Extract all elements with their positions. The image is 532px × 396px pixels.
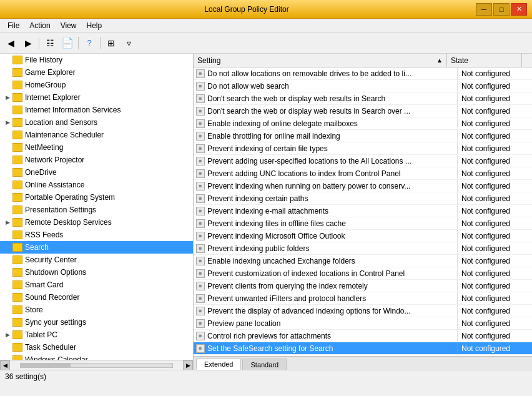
table-row[interactable]: ■Prevent indexing of certain file typesN… (194, 142, 532, 155)
close-button[interactable]: ✕ (511, 3, 527, 16)
menu-file[interactable]: File (2, 20, 24, 31)
expander-icon[interactable]: ▶ (2, 117, 12, 127)
table-row[interactable]: ■Prevent indexing Microsoft Office Outlo… (194, 230, 532, 242)
hscroll-thumb[interactable] (21, 364, 71, 367)
table-row[interactable]: ■Enable indexing uncached Exchange folde… (194, 255, 532, 267)
tree-item-store[interactable]: Store (0, 304, 193, 316)
tree-item-security-center[interactable]: Security Center (0, 254, 193, 266)
table-body[interactable]: ■Do not allow locations on removable dri… (194, 67, 532, 356)
table-row[interactable]: ■Do not allow locations on removable dri… (194, 67, 532, 80)
tree-item-remote-desktop[interactable]: ▶Remote Desktop Services (0, 216, 193, 229)
tree-item-shutdown-options[interactable]: Shutdown Options (0, 266, 193, 279)
maximize-button[interactable]: □ (493, 3, 510, 16)
main-content: File HistoryGame ExplorerHomeGroup▶Inter… (0, 54, 532, 370)
view-button[interactable]: ⊞ (103, 35, 119, 51)
minimize-button[interactable]: ─ (476, 3, 492, 16)
state-cell: Not configured (457, 305, 532, 317)
tree-item-presentation[interactable]: Presentation Settings (0, 204, 193, 216)
tree-item-windows-calendar[interactable]: Windows Calendar (0, 354, 193, 360)
table-row[interactable]: ■Control rich previews for attachmentsNo… (194, 330, 532, 342)
menu-view[interactable]: View (56, 20, 82, 31)
tree-view[interactable]: File HistoryGame ExplorerHomeGroup▶Inter… (0, 54, 193, 360)
tab-extended[interactable]: Extended (196, 359, 241, 370)
menu-help[interactable]: Help (82, 20, 107, 31)
th-setting[interactable]: Setting ▲ (194, 54, 447, 67)
setting-icon: ■ (196, 94, 205, 103)
expander-icon[interactable]: ▶ (2, 92, 12, 102)
hscroll-right-btn[interactable]: ▶ (183, 360, 193, 370)
help-icon-button[interactable]: ? (81, 35, 97, 51)
table-row[interactable]: ■Prevent clients from querying the index… (194, 280, 532, 292)
table-row[interactable]: ■Prevent indexing certain pathsNot confi… (194, 192, 532, 205)
toolbar-separator-3 (100, 37, 101, 49)
setting-icon: ■ (196, 269, 205, 278)
th-state[interactable]: State (447, 54, 522, 67)
tree-item-label: Windows Calendar (25, 355, 88, 360)
table-row[interactable]: ■Prevent adding user-specified locations… (194, 155, 532, 167)
tree-item-netmeeting[interactable]: NetMeeting (0, 141, 193, 154)
tab-standard[interactable]: Standard (242, 359, 287, 370)
expander-icon[interactable]: ▶ (2, 330, 12, 340)
tree-item-network-projector[interactable]: Network Projector (0, 154, 193, 166)
table-row[interactable]: ■Prevent indexing e-mail attachmentsNot … (194, 205, 532, 217)
folder-icon (12, 168, 22, 177)
expander-icon (2, 255, 12, 265)
table-row[interactable]: ■Do not allow web searchNot configured (194, 80, 532, 92)
tree-item-task-scheduler[interactable]: Task Scheduler (0, 341, 193, 354)
show-hide-button[interactable]: ☷ (42, 35, 58, 51)
tree-item-game-explorer[interactable]: Game Explorer (0, 66, 193, 79)
forward-button[interactable]: ▶ (20, 35, 36, 51)
setting-icon: ■ (196, 332, 205, 340)
table-row[interactable]: ■Prevent indexing public foldersNot conf… (194, 242, 532, 255)
tree-item-search[interactable]: Search (0, 241, 193, 254)
setting-label: Prevent clients from querying the index … (207, 282, 368, 290)
left-panel-hscrollbar[interactable]: ◀ ▶ (0, 360, 193, 370)
tree-item-portable-os[interactable]: Portable Operating System (0, 191, 193, 204)
tree-item-onedrive[interactable]: OneDrive (0, 166, 193, 179)
tree-item-maintenance[interactable]: Maintenance Scheduler (0, 129, 193, 141)
tree-item-rss-feeds[interactable]: RSS Feeds (0, 229, 193, 241)
tree-item-internet-info[interactable]: Internet Information Services (0, 104, 193, 116)
state-cell: Not configured (457, 242, 532, 254)
properties-button[interactable]: 📄 (59, 35, 76, 51)
table-row[interactable]: ■Don't search the web or display web res… (194, 92, 532, 105)
setting-icon: ■ (196, 344, 205, 353)
tree-item-location-sensors[interactable]: ▶Location and Sensors (0, 116, 193, 129)
setting-icon: ■ (196, 207, 205, 215)
folder-icon (12, 106, 22, 114)
setting-icon: ■ (196, 82, 205, 91)
tree-item-tablet-pc[interactable]: ▶Tablet PC (0, 329, 193, 341)
table-row[interactable]: ■Set the SafeSearch setting for SearchNo… (194, 342, 532, 355)
tree-item-file-history[interactable]: File History (0, 54, 193, 66)
expander-icon (2, 267, 12, 277)
menu-action[interactable]: Action (24, 20, 55, 31)
table-row[interactable]: ■Prevent indexing files in offline files… (194, 217, 532, 230)
tree-item-internet-explorer[interactable]: ▶Internet Explorer (0, 91, 193, 104)
table-row[interactable]: ■Prevent unwanted iFilters and protocol … (194, 292, 532, 305)
tree-item-online-assistance[interactable]: Online Assistance (0, 179, 193, 191)
tree-item-smart-card[interactable]: Smart Card (0, 279, 193, 291)
expander-icon[interactable]: ▶ (2, 217, 12, 227)
tree-item-label: NetMeeting (25, 143, 63, 152)
state-cell: Not configured (457, 130, 532, 142)
table-row[interactable]: ■Enable indexing of online delegate mail… (194, 117, 532, 130)
expander-icon (2, 292, 12, 302)
table-row[interactable]: ■Prevent indexing when running on batter… (194, 180, 532, 192)
expander-icon (2, 67, 12, 77)
table-row[interactable]: ■Enable throttling for online mail index… (194, 130, 532, 142)
table-row[interactable]: ■Prevent customization of indexed locati… (194, 267, 532, 280)
table-row[interactable]: ■Prevent the display of advanced indexin… (194, 305, 532, 317)
tree-item-sound-recorder[interactable]: Sound Recorder (0, 291, 193, 304)
filter-button[interactable]: ▿ (121, 35, 137, 51)
left-panel: File HistoryGame ExplorerHomeGroup▶Inter… (0, 54, 194, 370)
tree-item-sync-settings[interactable]: Sync your settings (0, 316, 193, 329)
table-row[interactable]: ■Preview pane locationNot configured (194, 317, 532, 330)
setting-label: Preview pane location (207, 319, 280, 328)
table-row[interactable]: ■Don't search the web or display web res… (194, 105, 532, 117)
back-button[interactable]: ◀ (2, 35, 19, 51)
table-row[interactable]: ■Prevent adding UNC locations to index f… (194, 167, 532, 180)
setting-label: Prevent indexing Microsoft Office Outloo… (207, 232, 345, 240)
tree-item-label: Smart Card (25, 280, 63, 289)
tree-item-homegroup[interactable]: HomeGroup (0, 79, 193, 91)
hscroll-left-btn[interactable]: ◀ (0, 360, 10, 370)
